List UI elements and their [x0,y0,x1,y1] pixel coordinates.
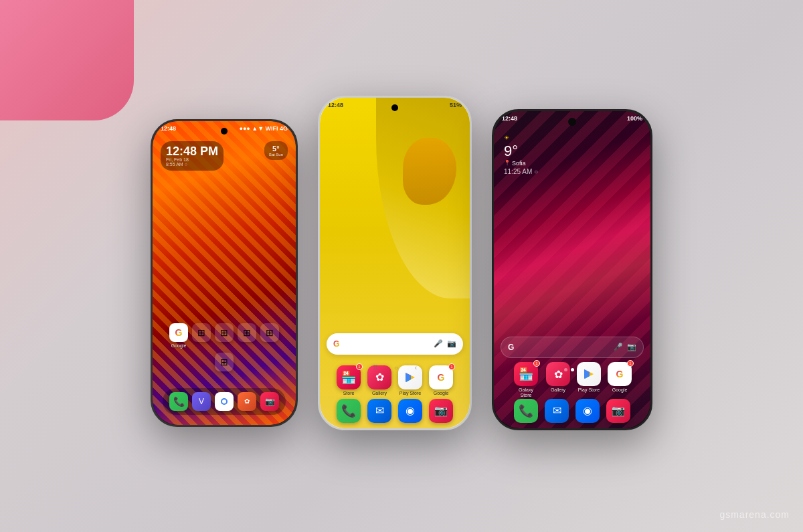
dot-3 [577,368,581,371]
phone-1-dock: 📞 V ✿ 📷 [163,388,286,415]
phone-3-temp: 9° [504,143,538,160]
nav-recents[interactable]: ⠿ [373,364,377,371]
galaxy-store-icon: 🏪 1 [514,362,538,386]
dock2-phone-icon: 📞 [337,399,361,423]
dock-phone[interactable]: 📞 [169,392,188,411]
dock-viber[interactable]: V [192,392,211,411]
search-cam-icon[interactable]: 📷 [447,339,456,348]
phone-1-weather-days: Sat Sun [269,153,283,157]
grid-icon-3: ⊞ [238,323,256,342]
grid-icon-4: ⊞ [260,323,279,342]
store-label: Store [343,391,355,396]
phone-3-battery: 100% [627,115,642,122]
background-accent [0,0,134,120]
phone-3-weather-icon: ☀ [504,135,538,141]
phone-2-screen: 12:48 51% G 🎤 📷 🏪 1 Store [320,98,470,428]
app-icon-grid-1[interactable]: ⊞ [192,323,211,349]
chrome-icon [215,392,234,411]
phone-3-page-dots [494,368,650,371]
google-icon: G [169,323,188,342]
phone-3-dock: 📞 ✉ ◉ 📷 [514,399,630,423]
google3-icon: G 1 [608,362,632,386]
dock2-internet[interactable]: ◉ [398,399,422,423]
scene: 12:48 ●●● ▲▼ WiFi 4G 12:48 PM Fri, Feb 1… [0,0,803,532]
dock3-camera[interactable]: 📷 [606,399,630,423]
phone-1-app-grid: G Google ⊞ ⊞ ⊞ ⊞ ⊞ [153,323,296,371]
phone-1-time: 12:48 [161,125,176,132]
phone-3: 12:48 100% ☀ 9° 📍 Sofia 11:25 AM ○ G 🎤 📷 [492,109,652,430]
phone-3-search-bar[interactable]: G 🎤 📷 [501,337,644,358]
camera-icon: 📷 [260,392,279,411]
phone-2-nav: ⠿ ○ ‹ [320,364,470,371]
bixby-icon: ✿ [238,392,256,411]
phone-3-status-bar: 12:48 100% [494,111,650,126]
app-icon-google-grid[interactable]: G Google [169,323,188,349]
phone3-cam-search-icon[interactable]: 📷 [627,343,636,351]
dock2-camera-icon: 📷 [429,399,453,423]
phone-2-camera [391,104,398,111]
google3-label: Google [612,387,628,393]
search-mic-icon[interactable]: 🎤 [434,339,443,348]
phone3-search-g: G [508,343,514,352]
phone-3-weather-widget: ☀ 9° 📍 Sofia 11:25 AM ○ [504,135,538,175]
grid-icon-2: ⊞ [215,323,234,342]
phone-2-dock: 📞 ✉ ◉ 📷 [337,399,453,423]
nav-back[interactable]: ‹ [415,364,417,371]
phone-1-status-icons: ●●● ▲▼ WiFi 4G [239,125,288,132]
phone-icon: 📞 [169,392,188,411]
phone-1-temp: 5° [269,145,283,153]
dock-camera[interactable]: 📷 [260,392,279,411]
play-store-label: Play Store [399,391,421,396]
phone-1-screen: 12:48 ●●● ▲▼ WiFi 4G 12:48 PM Fri, Feb 1… [153,121,296,425]
phone-1: 12:48 ●●● ▲▼ WiFi 4G 12:48 PM Fri, Feb 1… [151,119,298,427]
galaxy-store-badge: 1 [533,360,540,367]
dock3-internet-icon: ◉ [575,399,600,423]
phone-2-time: 12:48 [328,102,343,108]
app-icon-grid-3[interactable]: ⊞ [238,323,256,349]
dot-2-active [571,368,574,371]
phone-2: 12:48 51% G 🎤 📷 🏪 1 Store [318,96,472,430]
grid-icon-1: ⊞ [192,323,211,342]
phone-1-alarm: 8:55 AM ○ [166,162,218,167]
dock-bixby[interactable]: ✿ [238,392,256,411]
phone-3-time: 12:48 [502,115,517,122]
phone-1-widget-time: 12:48 PM [166,145,218,157]
google3-badge: 1 [627,360,634,367]
phone-3-location: 📍 Sofia [504,160,538,167]
dock2-messages[interactable]: ✉ [367,399,391,423]
dock3-phone-icon: 📞 [514,399,538,423]
dock2-messages-icon: ✉ [367,399,391,423]
viber-icon: V [192,392,211,411]
phone-2-battery: 51% [450,102,462,108]
dock2-internet-icon: ◉ [398,399,422,423]
gallery-label: Gallery [372,391,387,396]
phone-3-screen: 12:48 100% ☀ 9° 📍 Sofia 11:25 AM ○ G 🎤 📷 [494,111,650,428]
dock2-phone[interactable]: 📞 [337,399,361,423]
dock3-camera-icon: 📷 [606,399,630,423]
play-store3-icon [577,362,601,386]
dock3-internet[interactable]: ◉ [575,399,600,423]
app-icon-grid-5[interactable]: ⊞ [215,353,234,371]
google-app-label: Google [434,391,449,396]
app-icon-grid-2[interactable]: ⊞ [215,323,234,349]
phone-1-clock-widget: 12:48 PM Fri, Feb 18 8:55 AM ○ [161,141,224,171]
phone-3-time: 11:25 AM ○ [504,168,538,175]
phone-2-search-bar[interactable]: G 🎤 📷 [327,333,463,355]
phone-1-widget-date: Fri, Feb 18 [166,157,218,162]
app-icon-grid-4[interactable]: ⊞ [260,323,279,349]
gallery3-icon: ✿ [546,362,570,386]
dock3-phone[interactable]: 📞 [514,399,538,423]
grid-icon-5: ⊞ [215,353,234,371]
dock3-messages-icon: ✉ [545,399,569,423]
dock-chrome[interactable] [215,392,234,411]
phone-1-camera [221,128,228,135]
google-label: Google [171,343,187,349]
search-g-logo: G [333,339,339,349]
phone3-mic-icon[interactable]: 🎤 [614,343,623,351]
dock3-messages[interactable]: ✉ [545,399,569,423]
dock2-camera[interactable]: 📷 [429,399,453,423]
galaxy-store-label: Galaxy Store [513,387,539,397]
nav-home[interactable]: ○ [394,364,398,371]
phone-1-weather-widget: 5° Sat Sun [264,141,288,160]
dot-1 [564,368,567,371]
